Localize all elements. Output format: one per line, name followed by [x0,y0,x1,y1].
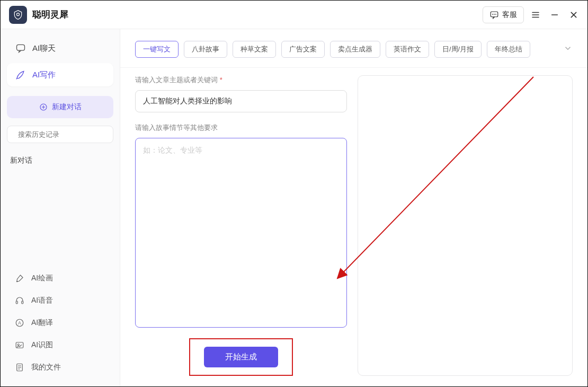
close-button[interactable] [568,10,579,20]
translate-icon: A [14,318,25,328]
category-tabs: 一键写文 八卦故事 种草文案 广告文案 卖点生成器 英语作文 日/周/月报 年终… [120,29,587,68]
sidebar-item-write[interactable]: AI写作 [7,63,113,86]
svg-point-13 [17,344,19,346]
app-logo [9,6,27,24]
details-textarea[interactable] [135,138,347,328]
category-label: 广告文案 [289,45,317,53]
doc-icon [14,362,25,373]
headset-icon [14,295,25,306]
history-item[interactable]: 新对话 [7,151,113,171]
new-chat-label: 新建对话 [52,102,82,112]
support-button[interactable]: 客服 [483,6,524,23]
minimize-button[interactable] [549,10,560,20]
category-tab[interactable]: 日/周/月报 [434,41,482,58]
svg-rect-8 [16,301,17,304]
category-tab[interactable]: 英语作文 [386,41,429,58]
svg-rect-5 [17,45,25,50]
sidebar-item-label: AI写作 [32,70,56,80]
brush-icon [14,273,25,284]
topic-input[interactable] [135,90,347,112]
sidebar-item-label: AI聊天 [32,43,56,54]
category-tab[interactable]: 一键写文 [135,41,179,58]
sidebar-item-label: AI翻译 [31,318,53,328]
sidebar-item-label: 我的文件 [31,363,61,372]
svg-point-2 [492,13,493,14]
pen-icon [15,69,26,80]
category-tab[interactable]: 八卦故事 [184,41,227,58]
topic-field-label: 请输入文章主题或者关键词 * [135,75,347,85]
new-chat-button[interactable]: 新建对话 [7,96,113,118]
generate-button[interactable]: 开始生成 [204,347,278,367]
sidebar-item-label: AI识图 [31,340,53,350]
category-label: 卖点生成器 [338,45,372,53]
sidebar-item-label: AI语音 [31,296,53,305]
sidebar-item-draw[interactable]: AI绘画 [7,268,113,289]
expand-categories-button[interactable] [563,43,573,55]
category-tab[interactable]: 年终总结 [487,41,530,58]
chat-icon [15,43,26,54]
plus-circle-icon [39,103,48,111]
category-tab[interactable]: 种草文案 [233,41,276,58]
input-column: 请输入文章主题或者关键词 * 请输入故事情节等其他要求 开始生成 [135,75,347,376]
sidebar-bottom-nav: AI绘画 AI语音 A AI翻译 AI识图 [7,268,113,379]
generate-button-label: 开始生成 [225,352,257,361]
sidebar: AI聊天 AI写作 新建对话 新对话 AI绘画 [1,29,120,386]
svg-point-3 [494,13,495,14]
logo-icon [13,10,23,20]
main-panel: 一键写文 八卦故事 种草文案 广告文案 卖点生成器 英语作文 日/周/月报 年终… [120,29,587,386]
content-row: 请输入文章主题或者关键词 * 请输入故事情节等其他要求 开始生成 [120,68,587,386]
category-label: 种草文案 [240,45,268,53]
titlebar: 聪明灵犀 客服 [1,1,587,29]
sidebar-item-label: AI绘画 [31,274,53,283]
chevron-down-icon [563,43,573,53]
category-label: 英语作文 [394,45,421,53]
app-title: 聪明灵犀 [32,8,68,21]
details-field-label: 请输入故事情节等其他要求 [135,123,347,133]
category-label: 八卦故事 [192,45,219,53]
svg-text:A: A [18,321,21,326]
menu-button[interactable] [530,10,541,20]
window-controls [530,10,579,20]
category-tab[interactable]: 卖点生成器 [330,41,380,58]
details-label-text: 请输入故事情节等其他要求 [135,124,218,131]
svg-point-4 [495,13,496,14]
sidebar-item-imagerec[interactable]: AI识图 [7,335,113,356]
sidebar-item-chat[interactable]: AI聊天 [7,37,113,60]
svg-rect-9 [22,301,23,304]
history-item-label: 新对话 [10,156,32,164]
category-tab[interactable]: 广告文案 [281,41,325,58]
chat-bubble-icon [489,10,499,20]
svg-point-0 [17,13,20,15]
annotation-highlight-box: 开始生成 [189,338,293,376]
topic-label-text: 请输入文章主题或者关键词 [135,76,218,84]
category-label: 一键写文 [143,45,171,53]
output-panel [358,75,573,376]
category-label: 年终总结 [495,45,522,53]
category-label: 日/周/月报 [442,45,474,53]
sidebar-item-files[interactable]: 我的文件 [7,357,113,378]
sidebar-item-translate[interactable]: A AI翻译 [7,312,113,333]
support-label: 客服 [502,10,517,20]
search-box[interactable] [7,126,113,143]
image-search-icon [14,340,25,350]
search-input[interactable] [18,130,107,138]
sidebar-item-voice[interactable]: AI语音 [7,290,113,311]
required-star: * [220,76,222,84]
